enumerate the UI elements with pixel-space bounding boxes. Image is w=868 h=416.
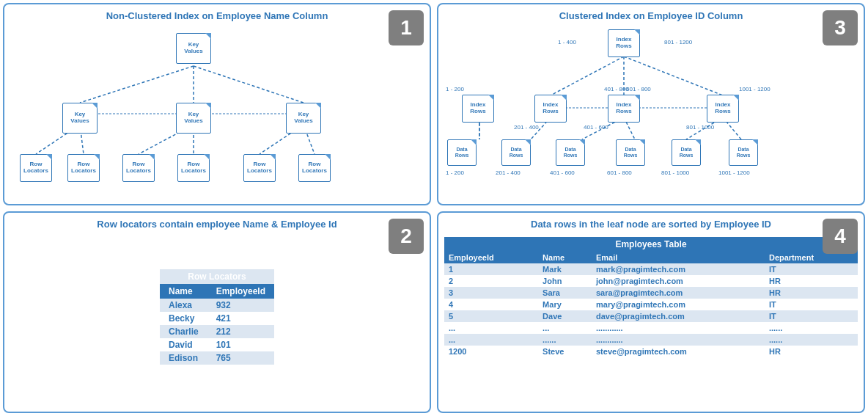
table-row: 4 Mary mary@pragimtech.com IT [444, 299, 858, 310]
col-email: Email [592, 252, 765, 263]
q3-leaf-range-5: 801 - 1000 [661, 169, 689, 176]
q3-range-mid-1: 1 - 200 [446, 86, 464, 92]
row-empid: 765 [207, 351, 274, 365]
table-header-row: Name EmployeeId [160, 284, 274, 299]
q3-mid-node-4: IndexRows [707, 95, 739, 123]
q1-mid-node-3: KeyValues [286, 103, 321, 134]
q3-leaf-range-6: 1001 - 1200 [718, 169, 750, 176]
svg-line-0 [80, 66, 194, 103]
row-empid: 212 [207, 325, 274, 338]
col-header-empid: EmployeeId [207, 284, 274, 299]
q4-title: Data rows in the leaf node are sorted by… [444, 219, 858, 230]
quadrant-3: Clustered Index on Employee ID Column 3 … [437, 3, 865, 205]
q3-title: Clustered Index on Employee ID Column [444, 10, 858, 21]
table-row: 1200 Steve steve@pragimtech.com HR [444, 346, 858, 357]
row-empid: 101 [207, 338, 274, 351]
q3-range-root-left: 1 - 400 [558, 39, 576, 45]
table-row: Edison 765 [160, 351, 274, 365]
q1-leaf-node-2: RowLocators [67, 154, 100, 182]
col-name: Name [538, 252, 592, 263]
table-row: ... ... ............ ...... [444, 322, 858, 334]
table-row: 3 Sara sara@pragimtech.com HR [444, 287, 858, 299]
q2-title: Row locators contain employee Name & Emp… [10, 219, 424, 230]
table-row: 1 Mark mark@pragimtech.com IT [444, 263, 858, 275]
table-row: Becky 421 [160, 312, 274, 325]
table-row: ... ...... ............ ...... [444, 334, 858, 346]
q4-badge: 4 [823, 219, 858, 254]
col-header-name: Name [160, 284, 207, 299]
quadrant-2: Row locators contain employee Name & Emp… [3, 211, 431, 414]
row-empid: 421 [207, 312, 274, 325]
q3-range-root-right: 801 - 1200 [664, 39, 692, 45]
row-locators-table: Row Locators Name EmployeeId Alexa 932 B… [160, 269, 274, 365]
table-row: Alexa 932 [160, 299, 274, 312]
q1-mid-node-1: KeyValues [62, 103, 98, 134]
row-name: Becky [160, 312, 207, 325]
employees-table: Employees Table EmployeeId Name Email De… [444, 237, 858, 357]
row-name: Charlie [160, 325, 207, 338]
table-row: Charlie 212 [160, 325, 274, 338]
table-row: David 101 [160, 338, 274, 351]
q1-leaf-node-6: RowLocators [298, 154, 331, 182]
emp-table-title: Employees Table [444, 237, 858, 252]
quadrant-1: Non-Clustered Index on Employee Name Col… [3, 3, 431, 205]
q1-leaf-node-3: RowLocators [122, 154, 155, 182]
q3-range-mid-3: 401 - 600 [584, 124, 608, 131]
q4-content: Employees Table EmployeeId Name Email De… [444, 234, 858, 401]
col-empid: EmployeeId [444, 252, 538, 263]
q3-leaf-node-2: DataRows [501, 139, 531, 166]
emp-table-title-row: Employees Table [444, 237, 858, 252]
q3-leaf-node-1: DataRows [447, 139, 477, 166]
q1-tree: KeyValues KeyValues KeyValues KeyValues … [10, 26, 424, 193]
q3-tree: 1 - 400 801 - 1200 IndexRows 401 - 800 I… [444, 26, 858, 193]
q3-leaf-node-5: DataRows [672, 139, 701, 166]
q3-mid-node-1: IndexRows [462, 95, 494, 123]
q2-content: Row Locators Name EmployeeId Alexa 932 B… [10, 234, 424, 401]
q1-mid-node-2: KeyValues [176, 103, 211, 134]
table-row: 2 John john@pragimtech.com HR [444, 275, 858, 287]
q3-tree-svg [444, 26, 858, 193]
q3-range-mid-2: 201 - 400 [514, 124, 539, 131]
emp-table-header: EmployeeId Name Email Department [444, 252, 858, 263]
q3-range-mid-5: 801 - 1000 [686, 124, 714, 131]
q3-leaf-range-1: 1 - 200 [446, 169, 464, 176]
row-name: David [160, 338, 207, 351]
q3-range-mid-4: 601 - 800 [626, 86, 651, 92]
q2-badge: 2 [389, 219, 424, 254]
quadrant-4: Data rows in the leaf node are sorted by… [437, 211, 865, 414]
q1-title: Non-Clustered Index on Employee Name Col… [10, 10, 424, 21]
row-empid: 932 [207, 299, 274, 312]
table-title: Row Locators [160, 269, 274, 284]
q3-leaf-node-3: DataRows [556, 139, 585, 166]
q1-leaf-node-5: RowLocators [243, 154, 276, 182]
svg-line-2 [194, 66, 304, 103]
q3-leaf-node-6: DataRows [729, 139, 758, 166]
q3-mid-node-3: IndexRows [608, 95, 640, 123]
q3-root-node: IndexRows [608, 29, 640, 57]
q3-leaf-range-2: 201 - 400 [496, 169, 521, 176]
q1-leaf-node-1: RowLocators [20, 154, 52, 182]
q3-range-mid-center: 401 - 800 [604, 86, 629, 92]
q3-leaf-range-4: 601 - 800 [607, 169, 632, 176]
q1-root-node: KeyValues [176, 33, 211, 64]
q3-leaf-range-3: 401 - 600 [550, 169, 575, 176]
q3-leaf-node-4: DataRows [616, 139, 645, 166]
row-name: Edison [160, 351, 207, 365]
q3-mid-node-2: IndexRows [534, 95, 567, 123]
table-title-row: Row Locators [160, 269, 274, 284]
table-row: 5 Dave dave@pragimtech.com IT [444, 310, 858, 322]
q3-range-far-right: 1001 - 1200 [739, 86, 770, 92]
q1-leaf-node-4: RowLocators [177, 154, 210, 182]
row-name: Alexa [160, 299, 207, 312]
